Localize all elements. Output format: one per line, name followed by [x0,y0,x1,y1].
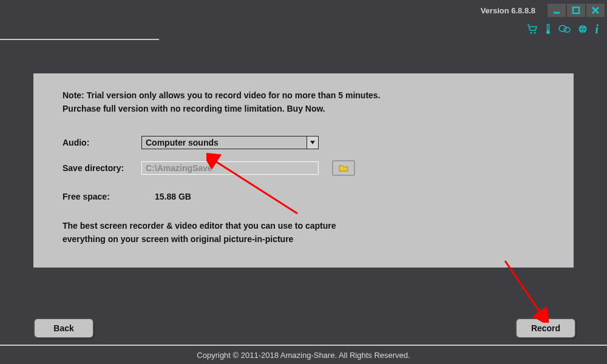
footer: Copyright © 2011-2018 Amazing-Share. All… [0,345,607,364]
browse-button[interactable] [332,160,355,176]
blurb-line-2: everything on your screen with original … [63,234,293,244]
title-bar: Version 6.8.8.8 [0,0,607,21]
trial-note: Note: Trial version only allows you to r… [63,89,549,115]
svg-point-9 [564,27,570,32]
svg-line-15 [505,261,541,314]
save-directory-input[interactable]: C:\AmazingSave [141,161,319,175]
svg-point-7 [546,30,550,34]
close-button[interactable] [586,4,605,17]
back-button[interactable]: Back [33,318,94,339]
blurb-line-1: The best screen recorder & video editor … [63,221,336,231]
description-text: The best screen recorder & video editor … [63,220,402,246]
free-space-value: 15.88 GB [155,192,191,201]
svg-point-5 [534,32,536,34]
settings-panel: Note: Trial version only allows you to r… [33,73,574,268]
maximize-button[interactable] [567,4,585,17]
save-directory-label: Save directory: [63,163,141,173]
minimize-button[interactable] [548,4,566,17]
main-area: Note: Trial version only allows you to r… [0,40,607,363]
minimize-icon [552,6,561,15]
svg-rect-1 [573,7,579,13]
folder-icon [339,164,348,172]
globe-icon[interactable] [578,24,588,34]
save-directory-row: Save directory: C:\AmazingSave [63,160,549,176]
free-space-label: Free space: [63,192,141,201]
svg-point-8 [559,25,566,32]
maximize-icon [572,6,580,15]
audio-label: Audio: [63,138,141,147]
close-icon [591,6,600,15]
version-label: Version 6.8.8.8 [481,6,535,15]
thermometer-icon[interactable] [545,24,551,35]
audio-row: Audio: Computer sounds [63,136,549,149]
copyright-text: Copyright © 2011-2018 Amazing-Share. All… [197,351,410,360]
svg-rect-6 [548,24,549,30]
cart-icon[interactable] [527,24,538,34]
info-icon[interactable]: i [595,23,599,35]
note-line-1: Note: Trial version only allows you to r… [63,90,381,100]
audio-select[interactable]: Computer sounds [141,136,319,149]
free-space-row: Free space: 15.88 GB [63,192,549,201]
chevron-down-icon [307,136,318,149]
toolbar: i [0,21,607,38]
audio-select-value: Computer sounds [142,138,307,147]
chat-icon[interactable] [558,24,571,34]
svg-point-4 [531,32,532,34]
svg-marker-11 [310,141,315,144]
note-line-2: Purchase full version with no recording … [63,104,325,113]
record-button[interactable]: Record [515,318,576,339]
